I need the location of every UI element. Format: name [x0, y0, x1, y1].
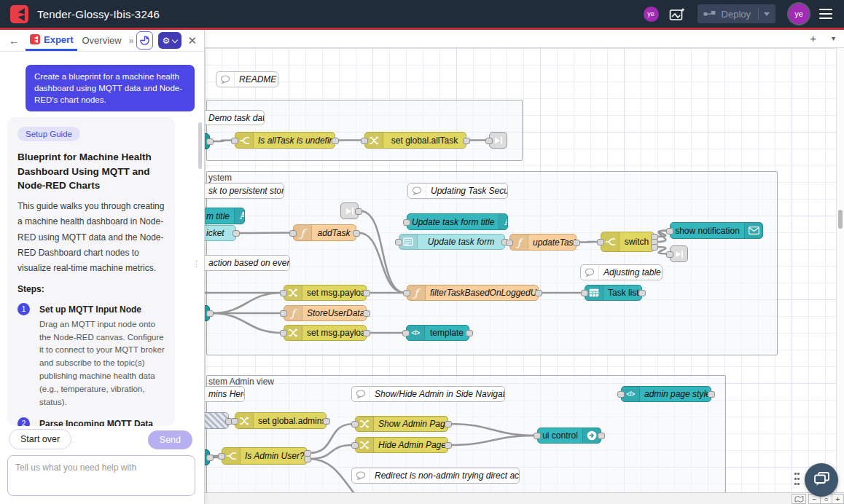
- output-port[interactable]: [573, 240, 580, 246]
- tab-expert[interactable]: Expert: [26, 30, 77, 51]
- output-port[interactable]: [304, 456, 311, 462]
- flow-node-stub2[interactable]: [205, 305, 210, 321]
- flow-node-addtask[interactable]: ƒaddTask: [293, 224, 356, 241]
- send-button[interactable]: Send: [148, 430, 192, 449]
- comment-node-c_adjust[interactable]: Adjusting table: [580, 264, 663, 280]
- output-port[interactable]: [445, 421, 452, 428]
- flow-node-linkout2[interactable]: [670, 245, 688, 262]
- deploy-caret-icon[interactable]: [764, 12, 770, 16]
- comment-node-c_showhide[interactable]: Show/Hide Admin in Side Navigation: [351, 386, 505, 402]
- flow-node-icket[interactable]: icket: [205, 225, 236, 241]
- output-port[interactable]: [708, 391, 715, 398]
- flow-node-updatetask[interactable]: ƒupdateTask: [509, 234, 577, 251]
- flow-node-admin_style[interactable]: </>admin page style: [621, 386, 711, 402]
- output-port[interactable]: [466, 330, 473, 336]
- zoom-in-button[interactable]: +: [832, 494, 844, 504]
- output-port[interactable]: [206, 310, 214, 317]
- input-port[interactable]: [280, 310, 287, 317]
- input-port[interactable]: [289, 230, 297, 237]
- output-port[interactable]: [233, 230, 240, 237]
- flow-node-show_admin[interactable]: Show Admin Page: [355, 416, 448, 432]
- output-port[interactable]: [363, 310, 370, 317]
- panel-resize-handle[interactable]: ⋮: [192, 259, 200, 269]
- flow-node-set_payload1[interactable]: set msg.payload: [284, 285, 367, 301]
- input-port[interactable]: [403, 219, 410, 226]
- flow-node-notify[interactable]: show notification: [670, 222, 763, 239]
- flow-node-hide_admin[interactable]: Hide Admin Page: [355, 437, 448, 453]
- input-port[interactable]: [402, 330, 410, 336]
- output-port[interactable]: [651, 244, 658, 251]
- output-port[interactable]: [323, 418, 330, 425]
- comment-node-c_admins[interactable]: mins Here: [205, 386, 245, 402]
- output-port[interactable]: [353, 230, 360, 237]
- pie-chart-button[interactable]: [136, 31, 152, 50]
- chat-fab-drag-handle[interactable]: [794, 473, 800, 488]
- add-flow-button[interactable]: +: [810, 32, 816, 44]
- input-port[interactable]: [280, 330, 287, 336]
- comment-node-readme[interactable]: README: [216, 71, 278, 87]
- chat-input[interactable]: [7, 455, 195, 496]
- output-port[interactable]: [206, 454, 214, 461]
- flow-node-stub3[interactable]: [205, 449, 210, 465]
- settings-button[interactable]: ⚙: [158, 32, 182, 49]
- input-port[interactable]: [395, 239, 402, 245]
- output-port[interactable]: [463, 138, 470, 144]
- input-port[interactable]: [534, 433, 541, 439]
- avatar-large[interactable]: ye: [789, 4, 809, 24]
- comment-node-c_redirect[interactable]: Redirect is non-admin trying direct acce…: [351, 468, 520, 484]
- output-port[interactable]: [363, 330, 370, 336]
- input-port[interactable]: [280, 290, 287, 296]
- input-port[interactable]: [485, 138, 493, 144]
- flow-node-set_payload2[interactable]: set msg.payload: [284, 325, 367, 341]
- flow-list-icon[interactable]: ▾: [832, 34, 835, 42]
- back-arrow-icon[interactable]: ←: [9, 34, 20, 47]
- comment-node-c_updating[interactable]: Updating Task Securely: [407, 183, 508, 199]
- output-port[interactable]: [206, 138, 214, 145]
- flow-node-linkout1[interactable]: [489, 132, 507, 149]
- menu-icon[interactable]: [819, 9, 832, 20]
- flow-node-upd_form[interactable]: Update task form: [399, 234, 505, 250]
- flow-node-stub_demo[interactable]: [205, 133, 210, 149]
- output-port[interactable]: [355, 208, 362, 215]
- avatar-small[interactable]: ye: [644, 7, 659, 22]
- input-port[interactable]: [666, 228, 673, 235]
- flow-node-tasklist[interactable]: Task list: [585, 285, 642, 301]
- flow-node-switch2[interactable]: switch: [601, 232, 655, 252]
- comment-node-c_demo[interactable]: Demo task data: [205, 110, 265, 125]
- flow-canvas[interactable]: ystemstem Admin viewREADMEDemo task data…: [205, 48, 836, 492]
- deploy-button[interactable]: Deploy: [698, 4, 775, 23]
- flow-node-is_admin[interactable]: Is Admin User?: [222, 447, 308, 465]
- input-port[interactable]: [231, 418, 238, 425]
- flow-node-hatch1[interactable]: [205, 412, 229, 429]
- support-chat-button[interactable]: [805, 463, 838, 497]
- comment-node-c_persist[interactable]: sk to persistent storage: [205, 183, 284, 199]
- input-port[interactable]: [361, 138, 368, 144]
- input-port[interactable]: [581, 290, 588, 296]
- input-port[interactable]: [403, 290, 410, 296]
- input-port[interactable]: [231, 138, 238, 144]
- start-over-button[interactable]: Start over: [9, 429, 71, 449]
- input-port[interactable]: [351, 421, 359, 428]
- scrollbar-thumb[interactable]: [838, 210, 843, 229]
- flow-node-ui_control[interactable]: ui control: [537, 428, 601, 444]
- input-port[interactable]: [506, 240, 513, 246]
- output-port[interactable]: [598, 433, 605, 439]
- tab-overview[interactable]: Overview: [77, 30, 125, 51]
- close-icon[interactable]: ✕: [187, 34, 197, 47]
- panel-scrollbar-thumb[interactable]: [198, 122, 202, 169]
- output-port[interactable]: [332, 138, 339, 144]
- flow-node-m_title[interactable]: m titleA: [205, 208, 245, 224]
- comment-node-c_action[interactable]: action based on event: [205, 255, 290, 271]
- output-port[interactable]: [638, 290, 646, 296]
- flow-node-store[interactable]: ƒStoreUserData: [284, 305, 367, 321]
- flow-node-template[interactable]: </>template: [406, 325, 469, 341]
- flow-node-filter[interactable]: ƒfilterTaskBasedOnLoggedUser: [407, 285, 539, 301]
- more-tabs-icon[interactable]: »: [129, 36, 134, 46]
- input-port[interactable]: [617, 391, 625, 398]
- input-port[interactable]: [597, 239, 604, 245]
- output-port[interactable]: [535, 290, 542, 296]
- input-port[interactable]: [218, 453, 225, 460]
- flow-node-set_alltask[interactable]: set global.allTask: [364, 132, 466, 149]
- input-port[interactable]: [351, 442, 359, 449]
- flow-node-upd_title[interactable]: Update task form titleA: [407, 213, 508, 230]
